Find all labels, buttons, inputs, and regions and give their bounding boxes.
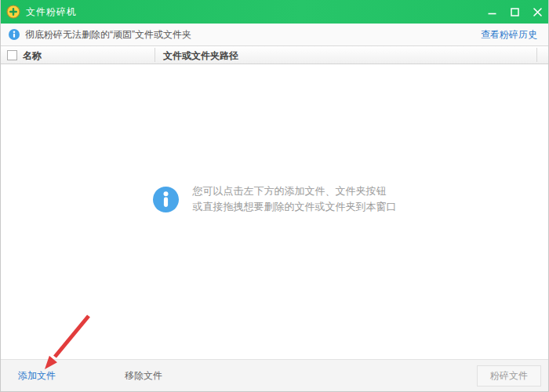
add-file-button[interactable]: 添加文件: [18, 369, 56, 383]
bottom-toolbar: 添加文件 移除文件 粉碎文件: [1, 359, 548, 391]
maximize-button[interactable]: [504, 0, 526, 24]
file-list-drop-area[interactable]: 您可以点击左下方的添加文件、文件夹按钮 或直接拖拽想要删除的文件或文件夹到本窗口: [1, 64, 548, 359]
shred-file-button[interactable]: 粉碎文件: [477, 365, 541, 387]
column-separator: [155, 48, 155, 62]
titlebar: 文件粉碎机: [0, 0, 549, 24]
empty-state-hint: 您可以点击左下方的添加文件、文件夹按钮 或直接拖拽想要删除的文件或文件夹到本窗口: [153, 183, 397, 215]
column-header-name[interactable]: 名称: [23, 49, 42, 63]
file-table-header: 名称 文件或文件夹路径: [1, 45, 548, 64]
column-header-path[interactable]: 文件或文件夹路径: [163, 49, 238, 63]
hint-line-1: 您可以点击左下方的添加文件、文件夹按钮: [193, 183, 397, 199]
info-strip: 彻底粉碎无法删除的“顽固”文件或文件夹 查看粉碎历史: [1, 24, 548, 45]
shred-history-link[interactable]: 查看粉碎历史: [481, 28, 537, 42]
window-controls: [481, 0, 549, 24]
hint-line-2: 或直接拖拽想要删除的文件或文件夹到本窗口: [193, 199, 397, 215]
column-separator: [536, 48, 537, 62]
window-title: 文件粉碎机: [26, 5, 77, 19]
minimize-button[interactable]: [481, 0, 504, 24]
hint-text: 您可以点击左下方的添加文件、文件夹按钮 或直接拖拽想要删除的文件或文件夹到本窗口: [193, 183, 397, 215]
hint-info-icon: [153, 187, 179, 212]
remove-file-button[interactable]: 移除文件: [125, 369, 162, 383]
close-button[interactable]: [526, 0, 549, 24]
app-logo-icon: [6, 5, 20, 19]
info-strip-message: 彻底粉碎无法删除的“顽固”文件或文件夹: [25, 28, 191, 42]
info-icon: [9, 29, 20, 40]
file-shredder-window: 文件粉碎机 彻底粉碎无法删除的“顽固”文件或文件夹 查看粉碎历史: [0, 0, 549, 392]
select-all-checkbox[interactable]: [7, 50, 17, 60]
